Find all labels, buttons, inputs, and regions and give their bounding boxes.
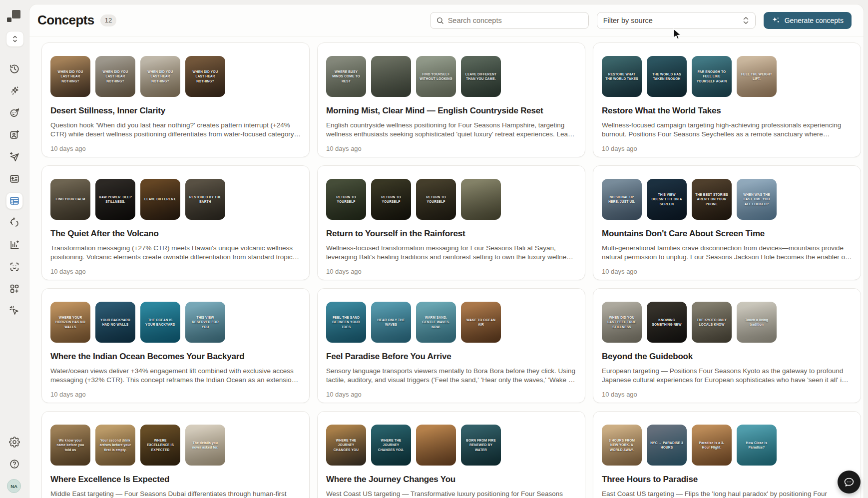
concept-thumbnail[interactable]: WHEN DID YOU LAST HEAR NOTHING? (50, 56, 90, 97)
sidebar-item-generate[interactable] (8, 85, 20, 97)
concept-thumbnail[interactable]: WHERE YOUR HORIZON HAS NO WALLS (50, 302, 90, 343)
concept-description: Wellness-focused transformation messagin… (326, 244, 576, 261)
sidebar-item-settings[interactable] (8, 436, 20, 448)
app-logo[interactable] (7, 10, 20, 22)
face-send-icon (9, 107, 20, 118)
sidebar-item-campaigns[interactable] (8, 151, 20, 163)
concept-thumbnail[interactable] (371, 56, 411, 97)
filter-by-source-select[interactable]: Filter by source (597, 12, 756, 29)
concept-card[interactable]: FEEL THE SAND BETWEEN YOUR TOES HEAR ONL… (317, 288, 585, 403)
concept-card[interactable]: NO SIGNAL UP HERE. JUST US. THIS VIEW DO… (593, 165, 861, 280)
concept-thumbnail[interactable] (416, 425, 456, 466)
concept-thumbnail[interactable]: WHEN DID YOU LAST HEAR NOTHING? (185, 56, 225, 97)
generate-concepts-button[interactable]: Generate concepts (764, 12, 852, 29)
concept-thumbnail[interactable]: NO SIGNAL UP HERE. JUST US. (602, 179, 642, 220)
concept-thumbnail[interactable]: WHERE THE JOURNEY CHANGES YOU (326, 425, 366, 466)
sidebar-item-history[interactable] (8, 63, 20, 75)
add-contact-icon (9, 129, 20, 140)
concept-thumbnail[interactable]: Touch a living tradition (737, 302, 777, 343)
sidebar-item-remix[interactable] (8, 217, 20, 229)
concept-thumbnail[interactable]: FAR ENOUGH TO FEEL LIKE YOURSELF AGAIN (692, 56, 732, 97)
concept-card[interactable]: WHERE YOUR HORIZON HAS NO WALLS YOUR BAC… (41, 288, 310, 403)
concept-thumbnail[interactable]: RETURN TO YOURSELF (326, 179, 366, 220)
sidebar-item-concepts[interactable] (6, 192, 23, 209)
thumbnail-caption: WHERE THE JOURNEY CHANGES YOU (326, 438, 366, 452)
concept-thumbnail[interactable]: WHERE BUSY MINDS COME TO REST (326, 56, 366, 97)
concept-description: European targeting — Positions Four Seas… (602, 367, 852, 384)
chat-support-button[interactable] (838, 471, 861, 494)
concept-thumbnail[interactable]: WHEN WAS THE LAST TIME YOU ALL LOOKED? (737, 179, 777, 220)
search-input[interactable] (448, 16, 583, 24)
sidebar-collapse-button[interactable] (6, 31, 24, 47)
concept-thumbnail[interactable]: THE OCEAN IS YOUR BACKYARD (140, 302, 180, 343)
user-avatar[interactable]: NA (7, 479, 21, 493)
concept-thumbnail[interactable]: BORN FROM FIRE RENEWED BY WATER (461, 425, 501, 466)
thumbnail-caption: LEAVE DIFFERENT THAN YOU CAME. (461, 72, 501, 81)
concept-thumbnail[interactable]: FIND YOURSELF WITHOUT LOOKING (416, 56, 456, 97)
sidebar-item-creatives[interactable] (8, 173, 20, 185)
concept-card[interactable]: WHERE BUSY MINDS COME TO REST FIND YOURS… (317, 42, 585, 157)
concept-thumbnail[interactable]: How Close is Paradise? (737, 425, 777, 466)
concept-thumbnail[interactable]: THE BEST STORIES AREN'T ON YOUR PHONE (692, 179, 732, 220)
concept-thumbnail[interactable]: 3 HOURS FROM NEW YORK. A WORLD AWAY. (602, 425, 642, 466)
concept-thumbnail[interactable]: RESTORED BY THE EARTH (185, 179, 225, 220)
concept-thumbnail[interactable]: WARM SAND. GENTLE WAVES. NOW. (416, 302, 456, 343)
concept-thumbnail[interactable]: THIS VIEW DOESN'T FIT ON A SCREEN (647, 179, 687, 220)
concept-card[interactable]: WHERE THE JOURNEY CHANGES YOU WHERE THE … (317, 411, 585, 498)
concept-thumbnail[interactable]: WHERE EXCELLENCE IS EXPECTED (140, 425, 180, 466)
page-header: Concepts 12 Filter by source Generate co… (29, 4, 864, 36)
concept-thumbnail[interactable]: HEAR ONLY THE WAVES (371, 302, 411, 343)
concept-card[interactable]: RESTORE WHAT THE WORLD TAKES THE WORLD H… (593, 42, 861, 157)
search-concepts-box[interactable] (430, 12, 589, 29)
thumbnail-caption: THE KYOTO ONLY LOCALS KNOW (692, 318, 732, 327)
sidebar-item-help[interactable] (8, 458, 20, 470)
concept-thumbnail[interactable]: THIS VIEW RESERVED FOR YOU (185, 302, 225, 343)
concept-card[interactable]: WHEN DID YOU LAST HEAR NOTHING? WHEN DID… (41, 42, 310, 157)
sidebar-item-integrations[interactable] (8, 283, 20, 295)
concept-thumbnail[interactable]: We know your name before you told us (50, 425, 90, 466)
sidebar-item-personas[interactable] (8, 129, 20, 141)
concept-thumbnail[interactable]: RESTORE WHAT THE WORLD TAKES (602, 56, 642, 97)
concept-card[interactable]: 3 HOURS FROM NEW YORK. A WORLD AWAY. NYC… (593, 411, 861, 498)
concept-thumbnail[interactable]: NYC → PARADISE 3 HOURS (647, 425, 687, 466)
concept-thumbnail[interactable]: FEEL THE WEIGHT LIFT. (737, 56, 777, 97)
concept-card[interactable]: FIND YOUR CALM RAW POWER. DEEP STILLNESS… (41, 165, 310, 280)
concept-thumbnail[interactable]: LEAVE DIFFERENT. (140, 179, 180, 220)
concept-thumbnail[interactable]: WHEN DID YOU LAST HEAR NOTHING? (95, 56, 135, 97)
concept-thumbnail[interactable]: LEAVE DIFFERENT THAN YOU CAME. (461, 56, 501, 97)
sidebar-item-audience[interactable] (8, 261, 20, 273)
concept-card[interactable]: We know your name before you told us You… (41, 411, 310, 498)
sidebar-item-automation[interactable] (8, 305, 20, 317)
thumbnail-caption: KNOWING SOMETHING NEW (647, 318, 687, 327)
concept-thumbnail[interactable]: THE WORLD HAS TAKEN ENOUGH (647, 56, 687, 97)
concept-thumbnail[interactable]: WHEN DID YOU LAST FEEL TRUE STILLNESS (602, 302, 642, 343)
sidebar-item-analytics[interactable] (8, 239, 20, 251)
concept-thumbnail[interactable]: The details you never asked for. (185, 425, 225, 466)
thumbnail-caption: 3 HOURS FROM NEW YORK. A WORLD AWAY. (602, 438, 642, 452)
thumbnail-caption: WHEN DID YOU LAST HEAR NOTHING? (95, 69, 135, 83)
concept-thumbnail[interactable]: FEEL THE SAND BETWEEN YOUR TOES (326, 302, 366, 343)
concept-thumbnail[interactable]: RETURN TO YOURSELF (371, 179, 411, 220)
concept-card[interactable]: WHEN DID YOU LAST FEEL TRUE STILLNESS KN… (593, 288, 861, 403)
concept-thumbnail[interactable]: KNOWING SOMETHING NEW (647, 302, 687, 343)
concept-thumbnail[interactable] (461, 179, 501, 220)
thumbnail-row: WHEN DID YOU LAST FEEL TRUE STILLNESS KN… (602, 302, 852, 343)
concept-thumbnail[interactable]: YOUR BACKYARD HAD NO WALLS (95, 302, 135, 343)
concept-title: Morning Mist, Clear Mind — English Count… (326, 106, 576, 116)
concept-thumbnail[interactable]: WHEN DID YOU LAST HEAR NOTHING? (140, 56, 180, 97)
concept-thumbnail[interactable]: RAW POWER. DEEP STILLNESS. (95, 179, 135, 220)
thumbnail-caption: WARM SAND. GENTLE WAVES. NOW. (416, 315, 456, 329)
concept-thumbnail[interactable]: WHERE THE JOURNEY CHANGES YOU. (371, 425, 411, 466)
concept-description: Sensory language transports viewers ment… (326, 367, 576, 384)
concept-thumbnail[interactable]: THE KYOTO ONLY LOCALS KNOW (692, 302, 732, 343)
concept-thumbnail[interactable]: WAKE TO OCEAN AIR (461, 302, 501, 343)
concept-card[interactable]: RETURN TO YOURSELF RETURN TO YOURSELF RE… (317, 165, 585, 280)
concept-thumbnail[interactable]: Paradise is a 3-Hour Flight. (692, 425, 732, 466)
sidebar-item-reactions[interactable] (8, 107, 20, 119)
concept-thumbnail[interactable]: RETURN TO YOURSELF (416, 179, 456, 220)
thumbnail-caption: NYC → PARADISE 3 HOURS (647, 441, 687, 450)
thumbnail-caption: HEAR ONLY THE WAVES (371, 318, 411, 327)
concept-thumbnail[interactable]: FIND YOUR CALM (50, 179, 90, 220)
concept-thumbnail[interactable]: Your second drink arrives before your fi… (95, 425, 135, 466)
thumbnail-row: RETURN TO YOURSELF RETURN TO YOURSELF RE… (326, 179, 576, 220)
